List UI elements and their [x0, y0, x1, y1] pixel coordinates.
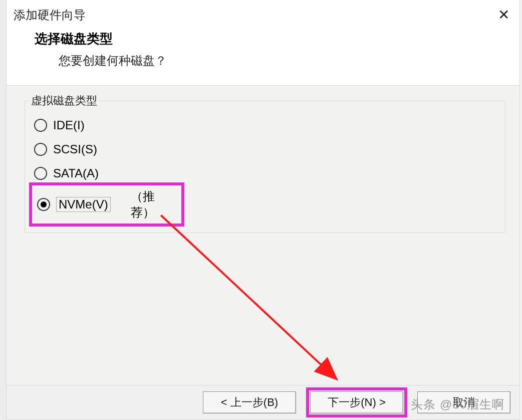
cancel-button-label: 取消	[453, 395, 475, 410]
next-button-label: 下一步(N) >	[328, 395, 386, 410]
radio-option-nvme[interactable]: NVMe(V) （推荐）	[37, 188, 177, 221]
close-icon[interactable]: ✕	[495, 7, 512, 23]
back-button-label: < 上一步(B)	[221, 395, 278, 410]
disk-type-group: 虚拟磁盘类型 IDE(I) SCSI(S) SATA(A) NVMe(V) （推…	[25, 101, 505, 233]
radio-label: SATA(A)	[53, 166, 99, 180]
left-edge-sliver	[0, 0, 6, 420]
radio-label: NVMe(V)	[56, 197, 111, 212]
page-title: 选择磁盘类型	[35, 30, 504, 48]
next-button[interactable]: 下一步(N) >	[310, 391, 403, 413]
page-subtitle: 您要创建何种磁盘？	[35, 53, 504, 69]
radio-icon	[34, 119, 47, 132]
highlight-annotation: NVMe(V) （推荐）	[29, 182, 184, 227]
radio-icon	[34, 167, 47, 180]
titlebar: 添加硬件向导 ✕	[7, 0, 519, 26]
radio-icon-selected	[37, 198, 50, 211]
radio-option-sata[interactable]: SATA(A)	[34, 161, 496, 185]
radio-label: SCSI(S)	[53, 142, 97, 156]
cancel-button[interactable]: 取消	[417, 391, 510, 413]
wizard-footer: < 上一步(B) 下一步(N) > 取消	[7, 385, 519, 419]
highlight-annotation-next: 下一步(N) >	[306, 387, 407, 417]
back-button[interactable]: < 上一步(B)	[203, 391, 296, 413]
radio-icon	[34, 143, 47, 156]
wizard-window: 添加硬件向导 ✕ 选择磁盘类型 您要创建何种磁盘？ 虚拟磁盘类型 IDE(I) …	[6, 0, 520, 420]
radio-option-scsi[interactable]: SCSI(S)	[34, 137, 496, 161]
wizard-header: 选择磁盘类型 您要创建何种磁盘？	[7, 26, 519, 84]
radio-option-ide[interactable]: IDE(I)	[34, 113, 496, 137]
content-area: 虚拟磁盘类型 IDE(I) SCSI(S) SATA(A) NVMe(V) （推…	[7, 85, 519, 385]
group-label: 虚拟磁盘类型	[29, 93, 99, 108]
window-title: 添加硬件向导	[14, 7, 86, 23]
radio-recommend-label: （推荐）	[131, 188, 177, 221]
radio-label: IDE(I)	[53, 118, 85, 132]
